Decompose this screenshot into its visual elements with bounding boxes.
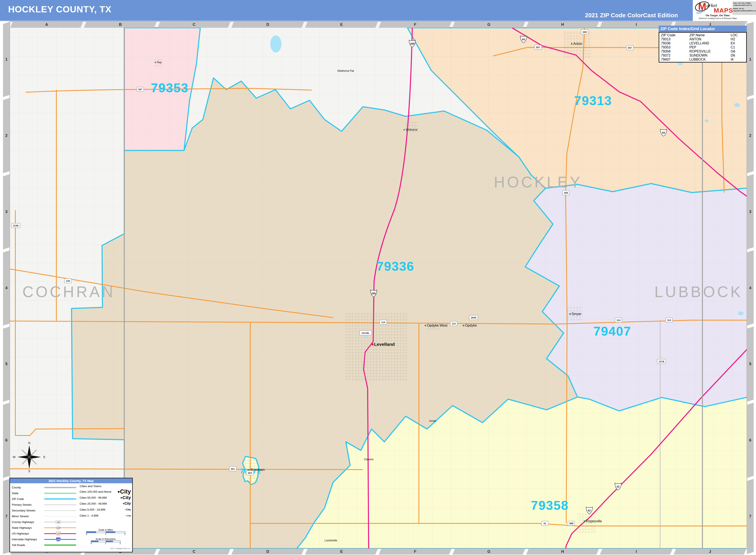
highway-badge: 2646 <box>469 315 478 320</box>
page-title: HOCKLEY COUNTY, TX <box>8 4 112 14</box>
legend-city-sample: City <box>118 488 131 495</box>
grid-col-G: G <box>452 549 525 555</box>
grid-row-1: 1 <box>747 22 754 97</box>
legend-item-sample <box>44 503 76 507</box>
compass-letter: W <box>12 455 15 459</box>
legend-item-sample: 123 <box>44 537 76 542</box>
legend-highway-badge: 123 <box>56 532 60 536</box>
svg-text:303: 303 <box>248 472 252 474</box>
town-label: Opdyke West <box>425 324 448 327</box>
ropesville-streets <box>578 513 596 533</box>
scale-tick: 2 <box>124 533 126 536</box>
highway-badge: 114 <box>615 318 622 322</box>
svg-text:385: 385 <box>372 292 376 295</box>
legend-item-label: County <box>12 486 44 489</box>
svg-text:125: 125 <box>66 280 70 282</box>
index-column-header: ZIP Name <box>689 33 730 37</box>
legend-item-label: Toll Roads <box>12 544 44 547</box>
svg-text:168: 168 <box>563 191 568 194</box>
grid-row-3: 3 <box>3 174 10 250</box>
legend-item-label: Secondary Streets <box>12 509 44 512</box>
grid-col-F: F <box>379 22 452 28</box>
svg-text:2196: 2196 <box>13 224 18 227</box>
legend-city-row: Cities 25,000 - 49,999City <box>80 501 131 507</box>
highway-badge: 2196 <box>11 223 20 228</box>
grid-row-7: 7 <box>747 479 754 554</box>
grid-col-C: C <box>158 549 230 555</box>
legend-item: ZIP Code <box>12 496 78 502</box>
zip-index-panel: ZIP Code Index/Grid Locator ZIP CodeZIP … <box>659 26 747 62</box>
grid-col-J: J <box>674 549 746 555</box>
legend-city-sample: City <box>121 495 131 500</box>
highway-badge: 114 <box>380 320 387 325</box>
legend-item-sample: 123 <box>44 520 76 524</box>
svg-text:301: 301 <box>230 468 235 470</box>
highway-badge: 41 <box>541 521 548 525</box>
grid-col-G: G <box>452 22 525 28</box>
scale-tick: 1 <box>105 533 106 536</box>
grid-row-5: 5 <box>747 327 754 402</box>
legend-highway-badge: 123 <box>56 538 60 541</box>
svg-text:Pep: Pep <box>157 61 162 64</box>
copyright-line: 2021 © Intelligent Direct, Inc. <box>111 548 131 549</box>
legend-item: Secondary Streets <box>12 508 78 513</box>
lake <box>270 35 281 52</box>
edition-label: 2021 ZIP Code ColorCast Edition <box>585 12 678 19</box>
svg-text:597: 597 <box>628 47 632 49</box>
zip-index-table: ZIP CodeZIP NameLOC79313ANTONH279336LEVE… <box>659 32 747 62</box>
legend-highway-badge: 123 <box>56 526 60 530</box>
svg-text:Lockettville: Lockettville <box>325 539 337 542</box>
map-canvas: COCHRANHOCKLEYLUBBOCK 793537931379336794… <box>0 0 756 555</box>
svg-text:84: 84 <box>522 38 525 41</box>
logo-contact-line: EMAIL US AT: <box>733 8 755 10</box>
legend-symbols-column: CountyStateZIP CodePrimary StreetsSecond… <box>12 484 78 548</box>
svg-text:M: M <box>698 1 706 12</box>
logo-contact-line: mapsales@MarketMAPS.com <box>733 10 755 12</box>
legend-cities-column: Cities and Towns Cities 100,000 and Abov… <box>80 484 131 518</box>
compass-letter: E <box>43 455 45 459</box>
grid-row-7: 7 <box>3 479 10 554</box>
grid-col-E: E <box>305 22 378 28</box>
highway-badge: 168 <box>562 190 569 195</box>
grid-row-3: 3 <box>747 174 754 250</box>
svg-text:114: 114 <box>667 319 671 322</box>
logo-tagline2: America's Leading Source of Business Map… <box>693 17 742 19</box>
legend-title: 2021 Hockley County, TX Map <box>10 478 132 483</box>
legend-city-row: Cities 1 - 4,999City <box>80 513 131 518</box>
scale-miles-title: Scale in Miles <box>81 528 131 531</box>
svg-text:597: 597 <box>536 46 540 49</box>
compass-letter: S <box>28 469 30 473</box>
grid-row-4: 4 <box>3 250 10 326</box>
grid-row-6: 6 <box>3 402 10 478</box>
legend-item: Toll Roads <box>12 542 78 548</box>
legend-item-sample <box>44 543 76 547</box>
svg-text:Opdyke West: Opdyke West <box>427 324 448 327</box>
grid-col-A: A <box>10 22 83 28</box>
grid-row-5: 5 <box>3 327 10 402</box>
scale-km-title: Scale in Kilometers <box>81 538 131 540</box>
scale-miles: Scale in Miles 012 <box>81 528 131 536</box>
svg-text:168: 168 <box>582 31 587 33</box>
town-label: Lockettville <box>325 539 337 542</box>
index-column-header: ZIP Code <box>661 33 689 37</box>
svg-text:Whitharral: Whitharral <box>406 128 417 131</box>
zip-code-label: 79336 <box>377 259 414 273</box>
legend-item-label: US Highways <box>12 532 44 535</box>
legend-city-row: Cities 100,000 and AboveCity <box>80 488 131 495</box>
legend-item-sample <box>44 491 76 496</box>
highway-badge: 597 <box>535 45 541 49</box>
scale-kilometers: Scale in Kilometers 012 <box>81 538 131 545</box>
highway-badge: 597 <box>626 45 633 50</box>
legend-item: State Highways123 <box>12 525 78 531</box>
legend-city-label: Cities 50,000 - 99,999 <box>80 496 107 499</box>
svg-text:2378: 2378 <box>659 360 664 363</box>
svg-text:Anton: Anton <box>573 42 582 45</box>
svg-text:62: 62 <box>588 509 591 512</box>
highway-badge: 301 <box>229 467 236 471</box>
svg-text:114-BL: 114-BL <box>362 332 370 334</box>
logo-contact-box: CALL US TOLL FREE!1-888-434-MAPS (6277)E… <box>732 1 756 15</box>
legend-item: State <box>12 490 78 496</box>
legend-item: Primary Streets <box>12 502 78 508</box>
grid-row-6: 6 <box>747 402 754 478</box>
scale-tick: 0 <box>86 533 87 536</box>
